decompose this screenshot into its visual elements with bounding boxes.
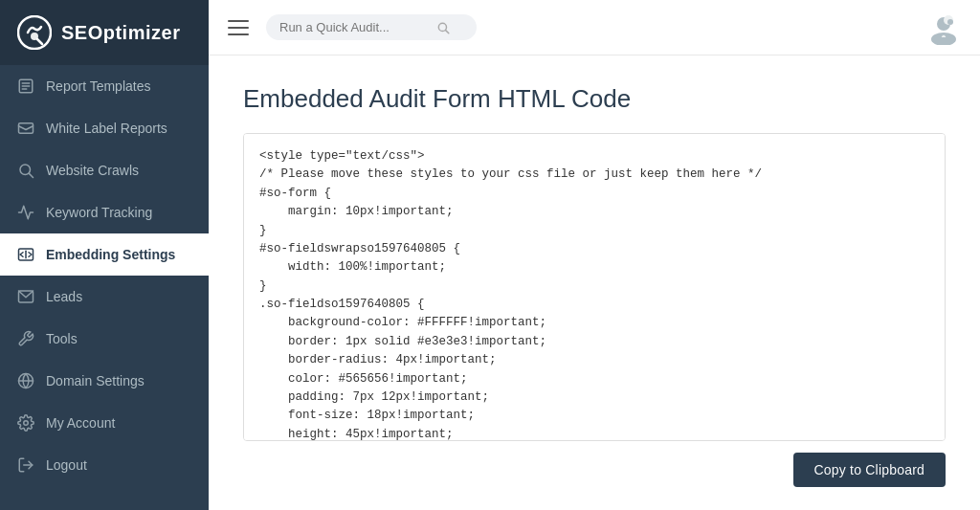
- mail-icon: [17, 288, 34, 305]
- sidebar-item-leads[interactable]: Leads: [0, 276, 209, 318]
- sidebar-item-domain-settings[interactable]: Domain Settings: [0, 360, 209, 402]
- sidebar-item-my-account[interactable]: My Account: [0, 402, 209, 444]
- sidebar-item-keyword-tracking[interactable]: Keyword Tracking: [0, 191, 209, 233]
- copy-to-clipboard-button[interactable]: Copy to Clipboard: [793, 453, 946, 487]
- sidebar-item-embedding-settings[interactable]: Embedding Settings: [0, 233, 209, 276]
- sidebar-item-label: Website Crawls: [46, 163, 139, 178]
- sidebar-item-label: Tools: [46, 331, 78, 346]
- svg-line-8: [29, 173, 33, 177]
- copy-button-row: Copy to Clipboard: [243, 441, 946, 491]
- sidebar-item-label: Domain Settings: [46, 373, 145, 388]
- logo-text: SEOptimizer: [61, 22, 180, 44]
- main-content: Embedded Audit Form HTML Code Copy to Cl…: [209, 0, 980, 510]
- sidebar-item-label: Report Templates: [46, 78, 150, 94]
- sidebar-nav: Report Templates White Label Reports Web…: [0, 65, 209, 510]
- logout-icon: [17, 456, 34, 474]
- search-icon: [17, 162, 34, 179]
- code-container: [243, 133, 946, 441]
- tag-icon: [17, 120, 34, 137]
- sidebar-item-tools[interactable]: Tools: [0, 318, 209, 360]
- svg-point-21: [947, 19, 953, 25]
- file-icon: [17, 78, 34, 95]
- search-input[interactable]: [279, 20, 433, 34]
- sidebar-item-white-label-reports[interactable]: White Label Reports: [0, 107, 209, 149]
- sidebar-item-logout[interactable]: Logout: [0, 444, 209, 486]
- svg-point-14: [24, 421, 29, 426]
- sidebar: SEOptimizer Report Templates White Label…: [0, 0, 209, 510]
- sidebar-item-label: White Label Reports: [46, 121, 167, 136]
- page-title: Embedded Audit Form HTML Code: [243, 84, 946, 114]
- html-code-textarea[interactable]: [244, 134, 945, 440]
- edit-icon: [17, 204, 34, 221]
- sidebar-item-label: Logout: [46, 457, 87, 473]
- sidebar-item-label: Leads: [46, 289, 82, 304]
- globe-icon: [17, 372, 34, 389]
- sidebar-item-report-templates[interactable]: Report Templates: [0, 65, 209, 107]
- sidebar-item-website-crawls[interactable]: Website Crawls: [0, 149, 209, 191]
- search-bar[interactable]: [266, 14, 477, 40]
- svg-line-17: [446, 30, 449, 33]
- user-avatar-icon[interactable]: [926, 11, 961, 45]
- logo-icon: [17, 15, 52, 50]
- logo: SEOptimizer: [0, 0, 209, 65]
- svg-rect-6: [19, 123, 33, 134]
- embed-icon: [17, 246, 34, 263]
- sidebar-item-label: Keyword Tracking: [46, 205, 152, 220]
- header-right: [926, 11, 961, 45]
- sidebar-item-label: My Account: [46, 415, 115, 431]
- search-icon: [436, 21, 450, 34]
- gear-icon: [17, 414, 34, 432]
- page-content: Embedded Audit Form HTML Code Copy to Cl…: [209, 55, 980, 510]
- tool-icon: [17, 330, 34, 347]
- hamburger-button[interactable]: [228, 20, 249, 35]
- header: [209, 0, 980, 55]
- sidebar-item-label: Embedding Settings: [46, 247, 175, 262]
